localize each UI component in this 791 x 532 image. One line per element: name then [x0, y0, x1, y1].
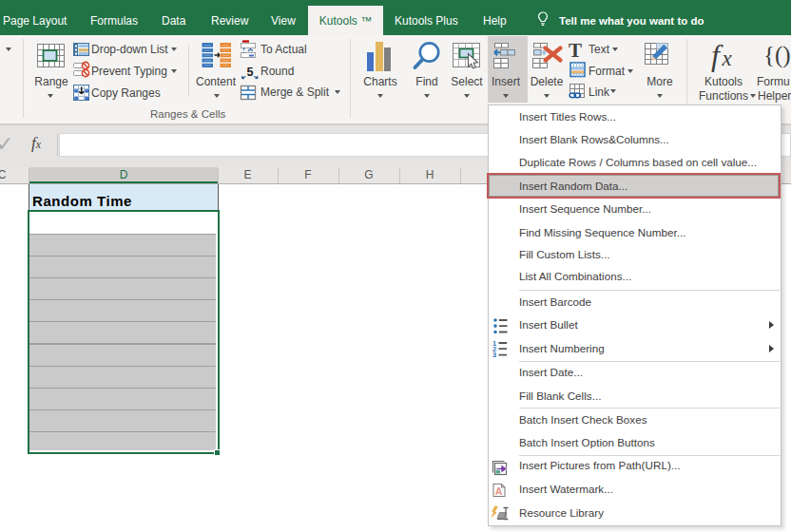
svg-text:5: 5 [247, 66, 254, 79]
svg-text:x: x [722, 47, 733, 70]
svg-text:3: 3 [492, 351, 496, 359]
svg-text:T: T [569, 39, 582, 62]
svg-text:{()}: {()} [763, 42, 791, 68]
svg-text:A: A [495, 485, 503, 497]
